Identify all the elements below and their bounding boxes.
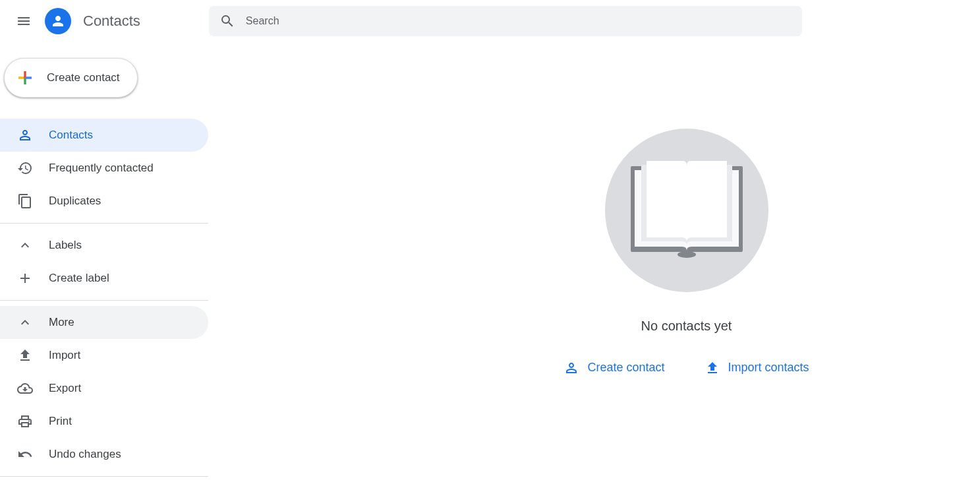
duplicate-icon [17,193,33,209]
sidebar-undo-changes[interactable]: Undo changes [0,438,208,471]
chevron-up-icon [17,315,33,330]
svg-point-0 [28,421,30,422]
main-menu-button[interactable] [8,5,40,37]
search-bar[interactable] [209,6,802,36]
sidebar: Create contact Contacts Frequently conta… [0,42,208,488]
contacts-logo [45,8,71,34]
sidebar-undo-label: Undo changes [49,448,121,461]
plus-icon [15,68,35,88]
main-content: No contacts yet Create contact Import co… [208,42,980,488]
sidebar-more-label: More [49,316,74,329]
app-header: Contacts [0,0,980,42]
sidebar-create-label-label: Create label [49,272,109,285]
sidebar-divider [0,476,208,477]
sidebar-divider [0,300,208,301]
person-add-icon [563,360,579,376]
upload-icon [17,348,33,363]
sidebar-item-contacts-label: Contacts [49,129,93,142]
sidebar-export[interactable]: Export [0,372,208,405]
sidebar-item-contacts[interactable]: Contacts [0,119,208,152]
empty-state-text: No contacts yet [641,319,732,334]
upload-icon [705,360,720,376]
create-contact-label: Create contact [47,71,120,84]
import-contacts-action[interactable]: Import contacts [705,360,809,376]
person-icon [50,13,66,29]
undo-icon [17,446,33,462]
svg-point-2 [677,251,696,258]
sidebar-export-label: Export [49,382,81,395]
chevron-up-icon [17,237,33,253]
search-input[interactable] [246,15,792,27]
person-outline-icon [17,127,33,143]
app-title: Contacts [83,13,140,30]
search-icon [219,13,235,29]
create-contact-action[interactable]: Create contact [563,360,664,376]
sidebar-divider [0,223,208,224]
sidebar-labels-label: Labels [49,239,82,252]
empty-actions: Create contact Import contacts [563,360,809,376]
sidebar-print[interactable]: Print [0,405,208,438]
import-contacts-action-label: Import contacts [728,361,809,375]
book-icon [624,154,749,266]
print-icon [17,413,33,429]
add-icon [17,270,33,286]
empty-illustration [605,129,768,292]
hamburger-icon [16,13,32,29]
sidebar-labels-header[interactable]: Labels [0,229,208,262]
sidebar-create-label[interactable]: Create label [0,262,208,295]
create-contact-button[interactable]: Create contact [4,58,138,98]
cloud-download-icon [17,381,33,396]
sidebar-item-frequent[interactable]: Frequently contacted [0,152,208,185]
app-logo-area: Contacts [45,8,140,34]
sidebar-item-duplicates[interactable]: Duplicates [0,185,208,218]
sidebar-item-frequent-label: Frequently contacted [49,162,154,175]
sidebar-more-header[interactable]: More [0,306,208,339]
sidebar-item-duplicates-label: Duplicates [49,195,101,208]
sidebar-print-label: Print [49,415,72,428]
sidebar-import-label: Import [49,349,80,362]
create-contact-action-label: Create contact [587,361,664,375]
sidebar-import[interactable]: Import [0,339,208,372]
history-icon [17,160,33,176]
